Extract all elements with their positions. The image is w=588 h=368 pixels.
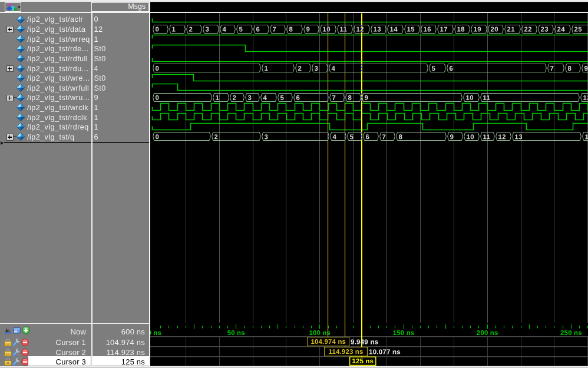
svg-text:7: 7 [382, 133, 386, 140]
svg-text:7: 7 [550, 65, 554, 72]
svg-text:3: 3 [314, 65, 318, 72]
svg-text:104.974 ns: 104.974 ns [310, 338, 346, 345]
svg-text:11: 11 [483, 133, 490, 140]
svg-text:7: 7 [272, 25, 276, 32]
svg-text:13: 13 [373, 25, 381, 32]
svg-text:25: 25 [574, 25, 582, 32]
svg-text:22: 22 [524, 25, 531, 32]
svg-text:11: 11 [339, 25, 347, 32]
svg-text:9: 9 [306, 25, 310, 32]
svg-text:3: 3 [205, 25, 209, 32]
svg-text:9: 9 [584, 65, 588, 72]
svg-text:11: 11 [483, 94, 490, 101]
svg-text:150 ns: 150 ns [393, 329, 415, 336]
svg-text:0: 0 [155, 65, 159, 72]
svg-text:3: 3 [264, 133, 268, 140]
svg-text:5: 5 [280, 94, 284, 101]
svg-text:8: 8 [398, 133, 402, 140]
svg-text:10: 10 [466, 133, 474, 140]
svg-text:4: 4 [263, 94, 267, 101]
svg-text:10: 10 [465, 94, 473, 101]
svg-text:1: 1 [215, 94, 219, 101]
svg-text:5: 5 [431, 65, 435, 72]
svg-text:6: 6 [256, 25, 260, 32]
svg-text:6: 6 [365, 133, 369, 140]
svg-text:4: 4 [331, 65, 335, 72]
svg-text:18: 18 [457, 25, 464, 32]
svg-text:8: 8 [567, 65, 572, 72]
svg-text:8: 8 [348, 94, 352, 101]
svg-text:9.949 ns: 9.949 ns [351, 337, 378, 345]
svg-text:9: 9 [450, 133, 454, 140]
svg-text:4: 4 [332, 133, 336, 140]
svg-text:1: 1 [171, 25, 176, 32]
svg-text:9: 9 [364, 94, 368, 101]
svg-text:50 ns: 50 ns [227, 329, 245, 336]
svg-text:12: 12 [498, 133, 506, 140]
svg-text:14: 14 [389, 25, 398, 32]
svg-text:125 ns: 125 ns [352, 357, 374, 364]
svg-text:7: 7 [332, 94, 336, 101]
svg-text:23: 23 [540, 25, 548, 32]
svg-text:10: 10 [322, 25, 330, 32]
svg-text:6: 6 [449, 65, 453, 72]
svg-text:2: 2 [214, 133, 218, 140]
svg-text:2: 2 [298, 65, 302, 72]
svg-text:0: 0 [155, 94, 159, 101]
svg-text:5: 5 [349, 133, 354, 140]
svg-text:13: 13 [514, 133, 522, 140]
svg-text:3: 3 [247, 94, 252, 101]
svg-text:2: 2 [232, 94, 236, 101]
svg-text:14: 14 [584, 133, 588, 140]
svg-text:12: 12 [356, 25, 364, 32]
svg-text:19: 19 [473, 25, 481, 32]
svg-text:8: 8 [289, 25, 293, 32]
svg-text:21: 21 [507, 25, 515, 32]
svg-text:15: 15 [407, 25, 415, 32]
svg-text:16: 16 [423, 25, 431, 32]
svg-text:6: 6 [296, 94, 300, 101]
svg-text:5: 5 [239, 25, 243, 32]
svg-text:0: 0 [155, 25, 159, 32]
svg-text:114.923 ns: 114.923 ns [329, 348, 364, 355]
svg-text:1: 1 [264, 65, 268, 72]
svg-text:12: 12 [583, 94, 588, 101]
svg-text:0: 0 [155, 133, 159, 140]
svg-text:100 ns: 100 ns [309, 329, 331, 336]
svg-text:2: 2 [189, 25, 193, 32]
svg-text:250 ns: 250 ns [560, 329, 582, 336]
svg-text:24: 24 [557, 25, 565, 32]
svg-text:17: 17 [440, 25, 447, 32]
svg-text:0 ns: 0 ns [150, 329, 161, 336]
svg-text:4: 4 [222, 25, 226, 32]
svg-text:200 ns: 200 ns [477, 329, 498, 336]
svg-text:10.077 ns: 10.077 ns [369, 347, 401, 355]
svg-text:20: 20 [490, 25, 498, 32]
